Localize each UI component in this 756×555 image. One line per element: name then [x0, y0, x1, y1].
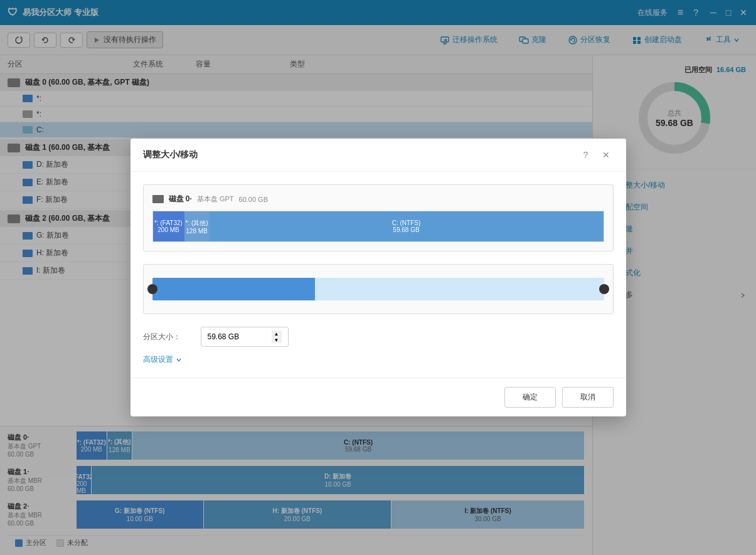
modal-seg-ntfs[interactable]: C: (NTFS) 59.68 GB	[210, 211, 604, 241]
modal-seg-fat32-name: *: (FAT32)	[154, 219, 183, 226]
modal-slider-area	[143, 264, 614, 314]
modal-disk-preview-size: 60.00 GB	[239, 196, 268, 203]
modal-header: 调整大小/移动 ? ✕	[130, 139, 626, 172]
modal-size-spinner: ▲ ▼	[272, 330, 282, 343]
modal-disk-header: 磁盘 0· 基本盘 GPT 60.00 GB	[152, 194, 604, 204]
modal-size-row: 分区大小： ▲ ▼	[143, 327, 614, 347]
modal-seg-ntfs-size: 59.68 GB	[393, 226, 419, 233]
slider-track[interactable]	[152, 278, 604, 300]
slider-fill	[152, 278, 315, 300]
modal-confirm-button[interactable]: 确定	[504, 387, 556, 408]
spinner-up-button[interactable]: ▲	[272, 330, 282, 337]
advanced-chevron-icon	[176, 357, 182, 363]
modal-help-button[interactable]: ?	[578, 147, 594, 162]
modal-body: 磁盘 0· 基本盘 GPT 60.00 GB *: (FAT32) 200 MB…	[130, 172, 626, 378]
modal-disk-bar: *: (FAT32) 200 MB *: (其他) 128 MB C: (NTF…	[152, 211, 604, 242]
modal-seg-ntfs-name: C: (NTFS)	[392, 219, 421, 226]
modal-seg-fat32-size: 200 MB	[157, 226, 179, 233]
modal-size-input-container: ▲ ▼	[201, 327, 289, 347]
modal-seg-other-name: *: (其他)	[185, 219, 208, 228]
modal-footer: 确定 取消	[130, 378, 626, 416]
modal-advanced-label: 高级设置	[143, 354, 173, 365]
modal-overlay: 调整大小/移动 ? ✕ 磁盘 0· 基本盘 GPT 60.00 GB *: (F…	[0, 0, 756, 555]
modal-disk-icon	[152, 195, 164, 203]
modal-close-button[interactable]: ✕	[599, 147, 614, 162]
modal-seg-other-size: 128 MB	[186, 228, 207, 235]
modal-cancel-button[interactable]: 取消	[562, 387, 614, 408]
resize-modal: 调整大小/移动 ? ✕ 磁盘 0· 基本盘 GPT 60.00 GB *: (F…	[130, 139, 626, 416]
modal-seg-fat32[interactable]: *: (FAT32) 200 MB	[153, 211, 184, 241]
slider-handle-left[interactable]	[147, 284, 157, 294]
modal-seg-other[interactable]: *: (其他) 128 MB	[184, 211, 210, 241]
modal-title: 调整大小/移动	[143, 149, 198, 161]
modal-size-label: 分区大小：	[143, 332, 193, 342]
slider-handle-right[interactable]	[599, 284, 609, 294]
modal-disk-preview-type: 基本盘 GPT	[197, 194, 234, 204]
modal-advanced[interactable]: 高级设置	[143, 354, 182, 365]
modal-disk-preview: 磁盘 0· 基本盘 GPT 60.00 GB *: (FAT32) 200 MB…	[143, 184, 614, 251]
modal-size-input[interactable]	[208, 332, 270, 341]
spinner-down-button[interactable]: ▼	[272, 337, 282, 343]
modal-disk-preview-name: 磁盘 0·	[169, 194, 192, 204]
modal-header-actions: ? ✕	[578, 147, 614, 162]
